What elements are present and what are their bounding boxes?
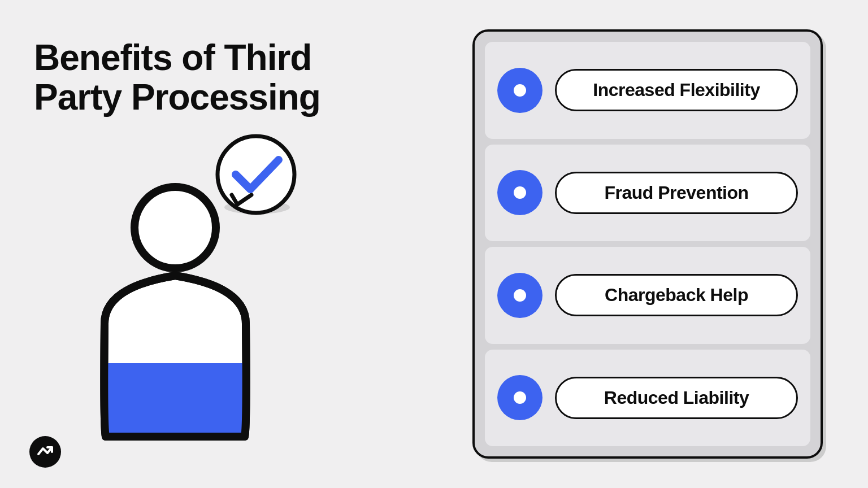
left-section: Benefits of Third Party Processing	[34, 38, 373, 451]
benefit-label-flexibility: Increased Flexibility	[555, 69, 798, 111]
benefit-icon-fraud	[497, 170, 542, 215]
benefit-text-chargeback: Chargeback Help	[605, 285, 748, 305]
right-section: Increased Flexibility Fraud Prevention C…	[472, 29, 823, 459]
benefit-icon-liability	[497, 375, 542, 420]
illustration-area	[34, 134, 316, 450]
logo-circle	[29, 436, 61, 468]
benefit-label-box-fraud: Fraud Prevention	[555, 172, 798, 214]
svg-point-3	[134, 187, 216, 268]
benefit-row-fraud: Fraud Prevention	[485, 145, 810, 242]
svg-rect-4	[99, 363, 251, 442]
bottom-logo	[29, 436, 61, 468]
benefit-label-box-flexibility: Increased Flexibility	[555, 69, 798, 111]
benefits-container: Increased Flexibility Fraud Prevention C…	[472, 29, 823, 459]
benefit-row-chargeback: Chargeback Help	[485, 247, 810, 344]
page-container: Benefits of Third Party Processing	[0, 0, 868, 488]
main-title: Benefits of Third Party Processing	[34, 38, 373, 117]
benefit-text-liability: Reduced Liability	[604, 387, 749, 408]
person-figure	[82, 177, 268, 450]
benefit-row-liability: Reduced Liability	[485, 350, 810, 447]
benefit-text-fraud: Fraud Prevention	[604, 182, 748, 203]
benefit-label-fraud: Fraud Prevention	[555, 172, 798, 214]
benefit-label-chargeback: Chargeback Help	[555, 274, 798, 316]
benefit-label-box-chargeback: Chargeback Help	[555, 274, 798, 316]
benefit-label-liability: Reduced Liability	[555, 377, 798, 419]
benefit-icon-flexibility	[497, 68, 542, 113]
logo-icon	[36, 443, 54, 461]
benefit-icon-chargeback	[497, 273, 542, 318]
benefit-row-flexibility: Increased Flexibility	[485, 42, 810, 139]
benefit-label-box-liability: Reduced Liability	[555, 377, 798, 419]
benefit-text-flexibility: Increased Flexibility	[593, 80, 760, 100]
